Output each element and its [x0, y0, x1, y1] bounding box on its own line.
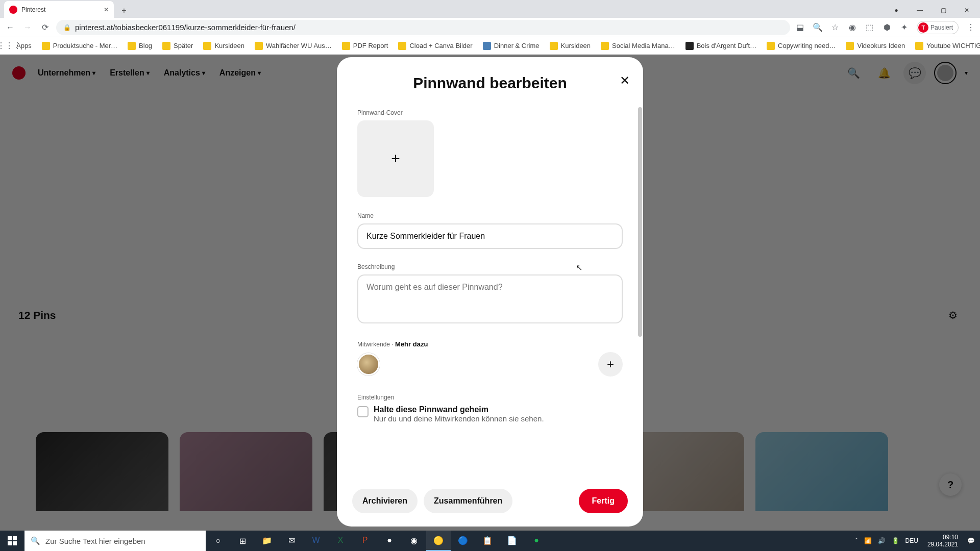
folder-icon	[398, 42, 406, 50]
folder-icon	[128, 42, 136, 50]
explorer-icon[interactable]: 📁	[255, 531, 279, 551]
secret-checkbox[interactable]	[357, 406, 369, 417]
forward-button[interactable]: →	[21, 21, 34, 34]
bookmark-item[interactable]: Youtube WICHTIG	[915, 42, 980, 50]
bookmark-item[interactable]: Dinner & Crime	[483, 42, 540, 50]
volume-icon[interactable]: 🔊	[878, 537, 886, 544]
secret-subtitle: Nur du und deine Mitwirkenden können sie…	[374, 414, 544, 423]
modal-header: Pinnwand bearbeiten ✕	[337, 57, 643, 102]
url-text: pinterest.at/tobiasbecker061199/kurze-so…	[75, 23, 296, 32]
wifi-icon[interactable]: 📶	[864, 537, 872, 544]
folder-icon	[915, 42, 923, 50]
windows-logo-icon	[8, 536, 17, 545]
taskbar-search[interactable]: 🔍Zur Suche Text hier eingeben	[24, 531, 206, 551]
extensions-puzzle-icon[interactable]: ✦	[899, 22, 910, 33]
windows-taskbar: 🔍Zur Suche Text hier eingeben ○ ⊞ 📁 ✉ W …	[0, 531, 980, 551]
new-tab-button[interactable]: +	[117, 4, 131, 18]
close-window-button[interactable]: ✕	[955, 3, 978, 18]
collaborator-avatar[interactable]	[357, 353, 380, 375]
archive-button[interactable]: Archivieren	[352, 489, 418, 513]
more-link[interactable]: Mehr dazu	[395, 340, 428, 348]
word-icon[interactable]: W	[304, 531, 328, 551]
spotify-icon[interactable]: ●	[524, 531, 549, 551]
collaborators-row: +	[357, 352, 623, 377]
task-view-icon[interactable]: ⊞	[230, 531, 255, 551]
extension-icon-2[interactable]: ⬚	[865, 22, 875, 33]
modal-footer: Archivieren Zusammenführen Fertig	[337, 479, 643, 527]
bookmark-item[interactable]: Später	[162, 42, 193, 50]
cortana-icon[interactable]: ○	[206, 531, 230, 551]
board-name-input[interactable]	[357, 223, 623, 249]
mail-icon[interactable]: ✉	[279, 531, 304, 551]
lock-icon: 🔒	[63, 24, 71, 31]
modal-title: Pinnwand bearbeiten	[413, 74, 567, 92]
folder-icon	[255, 42, 263, 50]
window-controls: ● — ▢ ✕	[885, 3, 980, 18]
bookmark-item[interactable]: Social Media Mana…	[601, 42, 675, 50]
zoom-icon[interactable]: 🔍	[813, 22, 823, 33]
fade-overlay	[337, 471, 643, 479]
name-label: Name	[357, 212, 623, 219]
folder-icon	[42, 42, 50, 50]
done-button[interactable]: Fertig	[579, 489, 628, 513]
extension-icon-3[interactable]: ⬢	[882, 22, 892, 33]
account-dot-icon[interactable]: ●	[885, 3, 908, 18]
bookmark-item[interactable]: Wahlfächer WU Aus…	[255, 42, 332, 50]
app-icon[interactable]: 📄	[500, 531, 524, 551]
scrollbar[interactable]	[638, 107, 642, 337]
browser-tab[interactable]: Pinterest ✕	[4, 1, 114, 18]
bookmark-item[interactable]: Copywriting need…	[767, 42, 836, 50]
add-collaborator-button[interactable]: +	[598, 352, 623, 377]
tab-title: Pinterest	[21, 6, 100, 13]
profile-avatar: T	[918, 22, 928, 33]
bookmark-item[interactable]: Kursideen	[203, 42, 244, 50]
bookmark-item[interactable]: Blog	[128, 42, 152, 50]
close-tab-icon[interactable]: ✕	[104, 6, 109, 13]
bookmark-item[interactable]: PDF Report	[342, 42, 388, 50]
bookmark-item[interactable]: Bois d'Argent Duft…	[685, 42, 756, 50]
folder-icon	[483, 42, 491, 50]
settings-label: Einstellungen	[357, 394, 623, 401]
url-box[interactable]: 🔒 pinterest.at/tobiasbecker061199/kurze-…	[56, 20, 790, 35]
powerpoint-icon[interactable]: P	[353, 531, 377, 551]
folder-icon	[203, 42, 211, 50]
reload-button[interactable]: ⟳	[39, 21, 51, 34]
secret-board-setting: Halte diese Pinnwand geheim Nur du und d…	[357, 405, 623, 423]
app-icon[interactable]: ●	[377, 531, 402, 551]
folder-icon	[601, 42, 609, 50]
bookmark-item[interactable]: Videokurs Ideen	[846, 42, 905, 50]
obs-icon[interactable]: ◉	[402, 531, 426, 551]
profile-pill[interactable]: T Pausiert	[917, 21, 959, 34]
back-button[interactable]: ←	[4, 21, 16, 34]
edit-board-modal: Pinnwand bearbeiten ✕ Pinnwand-Cover + N…	[337, 57, 643, 527]
excel-icon[interactable]: X	[328, 531, 353, 551]
notifications-icon[interactable]: 💬	[967, 537, 975, 544]
tray-chevron-icon[interactable]: ˄	[855, 537, 858, 544]
bookmark-item[interactable]: Produktsuche - Mer…	[42, 42, 117, 50]
bookmarks-bar: ⋮⋮⋮Apps Produktsuche - Mer… Blog Später …	[0, 37, 980, 55]
maximize-button[interactable]: ▢	[932, 3, 954, 18]
folder-icon	[685, 42, 694, 50]
merge-button[interactable]: Zusammenführen	[424, 489, 512, 513]
bookmark-item[interactable]: Kursideen	[550, 42, 591, 50]
minimize-button[interactable]: —	[909, 3, 931, 18]
language-indicator[interactable]: DEU	[905, 537, 918, 544]
apps-button[interactable]: ⋮⋮⋮Apps	[5, 42, 32, 50]
extension-icon-1[interactable]: ◉	[847, 22, 857, 33]
add-cover-button[interactable]: +	[357, 120, 434, 197]
edge-icon[interactable]: 🔵	[451, 531, 475, 551]
start-button[interactable]	[0, 531, 24, 551]
clock[interactable]: 09:10 29.04.2021	[924, 534, 961, 548]
profile-label: Pausiert	[930, 24, 953, 31]
star-icon[interactable]: ☆	[830, 22, 840, 33]
cursor-icon: ↖	[576, 263, 582, 272]
battery-icon[interactable]: 🔋	[892, 537, 899, 544]
board-description-input[interactable]	[357, 274, 623, 323]
notepad-icon[interactable]: 📋	[475, 531, 500, 551]
folder-icon	[767, 42, 775, 50]
bookmark-item[interactable]: Cload + Canva Bilder	[398, 42, 472, 50]
kebab-menu-icon[interactable]: ⋮	[966, 22, 976, 33]
close-modal-button[interactable]: ✕	[620, 73, 630, 88]
chrome-icon[interactable]: 🟡	[426, 531, 451, 551]
install-icon[interactable]: ⬓	[795, 22, 805, 33]
